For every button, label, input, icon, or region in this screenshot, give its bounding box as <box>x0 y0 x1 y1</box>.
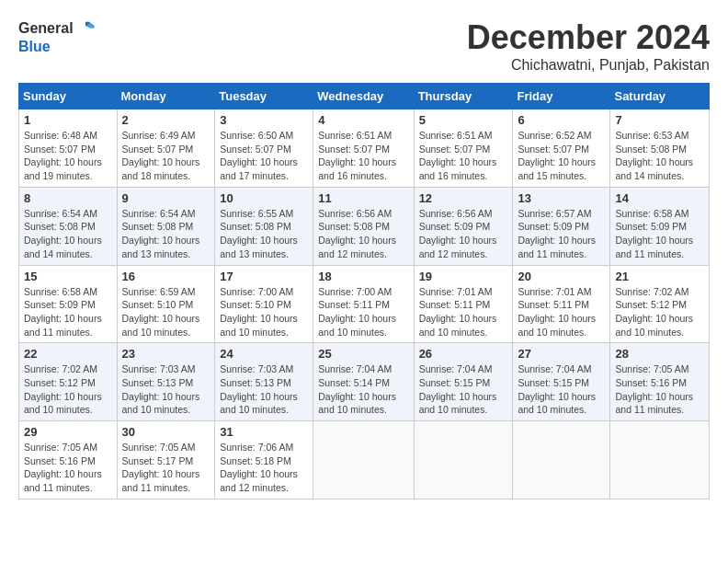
day-info: Sunrise: 7:02 AM Sunset: 5:12 PM Dayligh… <box>615 285 704 339</box>
day-info: Sunrise: 7:03 AM Sunset: 5:13 PM Dayligh… <box>220 362 308 417</box>
day-number: 10 <box>220 191 308 205</box>
day-info: Sunrise: 7:05 AM Sunset: 5:17 PM Dayligh… <box>122 441 210 495</box>
calendar-cell: 4Sunrise: 6:51 AM Sunset: 5:07 PM Daylig… <box>313 109 414 188</box>
calendar-cell: 7Sunrise: 6:53 AM Sunset: 5:08 PM Daylig… <box>610 109 710 188</box>
day-info: Sunrise: 7:06 AM Sunset: 5:18 PM Dayligh… <box>220 441 308 495</box>
day-number: 23 <box>122 347 210 361</box>
day-info: Sunrise: 6:51 AM Sunset: 5:07 PM Dayligh… <box>419 129 508 183</box>
calendar-cell: 21Sunrise: 7:02 AM Sunset: 5:12 PM Dayli… <box>610 265 710 343</box>
calendar-cell: 6Sunrise: 6:52 AM Sunset: 5:07 PM Daylig… <box>513 109 610 188</box>
day-info: Sunrise: 7:04 AM Sunset: 5:14 PM Dayligh… <box>318 362 408 417</box>
day-number: 24 <box>220 347 308 361</box>
calendar-cell <box>513 421 610 500</box>
day-number: 3 <box>220 113 308 127</box>
day-number: 1 <box>24 113 112 127</box>
day-info: Sunrise: 6:58 AM Sunset: 5:09 PM Dayligh… <box>615 207 704 261</box>
day-number: 12 <box>419 191 508 205</box>
day-number: 26 <box>419 347 508 361</box>
day-info: Sunrise: 6:55 AM Sunset: 5:08 PM Dayligh… <box>220 207 308 261</box>
calendar-cell: 2Sunrise: 6:49 AM Sunset: 5:07 PM Daylig… <box>117 109 215 188</box>
day-info: Sunrise: 6:56 AM Sunset: 5:09 PM Dayligh… <box>419 207 508 261</box>
calendar-cell: 31Sunrise: 7:06 AM Sunset: 5:18 PM Dayli… <box>215 421 313 500</box>
calendar-cell: 29Sunrise: 7:05 AM Sunset: 5:16 PM Dayli… <box>19 421 118 500</box>
logo-container: General Blue <box>18 18 96 55</box>
calendar-table: SundayMondayTuesdayWednesdayThursdayFrid… <box>18 83 710 500</box>
logo-general: General <box>18 20 74 37</box>
calendar-cell: 12Sunrise: 6:56 AM Sunset: 5:09 PM Dayli… <box>414 187 513 265</box>
calendar-cell: 11Sunrise: 6:56 AM Sunset: 5:08 PM Dayli… <box>313 187 414 265</box>
calendar-cell: 8Sunrise: 6:54 AM Sunset: 5:08 PM Daylig… <box>19 187 118 265</box>
calendar-week-row: 22Sunrise: 7:02 AM Sunset: 5:12 PM Dayli… <box>19 343 710 421</box>
day-number: 29 <box>24 425 112 439</box>
calendar-cell: 5Sunrise: 6:51 AM Sunset: 5:07 PM Daylig… <box>414 109 513 188</box>
title-section: December 2024 Chichawatni, Punjab, Pakis… <box>467 18 710 74</box>
day-info: Sunrise: 7:02 AM Sunset: 5:12 PM Dayligh… <box>24 362 112 417</box>
calendar-cell: 15Sunrise: 6:58 AM Sunset: 5:09 PM Dayli… <box>19 265 118 343</box>
day-info: Sunrise: 7:04 AM Sunset: 5:15 PM Dayligh… <box>518 362 605 417</box>
day-number: 18 <box>318 270 408 283</box>
calendar-cell: 22Sunrise: 7:02 AM Sunset: 5:12 PM Dayli… <box>19 343 118 421</box>
calendar-cell: 19Sunrise: 7:01 AM Sunset: 5:11 PM Dayli… <box>414 265 513 343</box>
day-number: 5 <box>419 113 508 127</box>
calendar-day-header: Saturday <box>610 84 710 109</box>
day-info: Sunrise: 6:53 AM Sunset: 5:08 PM Dayligh… <box>615 129 704 183</box>
day-info: Sunrise: 6:59 AM Sunset: 5:10 PM Dayligh… <box>122 285 210 339</box>
day-info: Sunrise: 7:05 AM Sunset: 5:16 PM Dayligh… <box>24 441 112 495</box>
calendar-cell: 27Sunrise: 7:04 AM Sunset: 5:15 PM Dayli… <box>513 343 610 421</box>
calendar-day-header: Thursday <box>414 84 513 109</box>
day-info: Sunrise: 6:56 AM Sunset: 5:08 PM Dayligh… <box>318 207 408 261</box>
month-title: December 2024 <box>467 18 710 57</box>
day-info: Sunrise: 7:05 AM Sunset: 5:16 PM Dayligh… <box>615 362 704 417</box>
logo-blue: Blue <box>18 39 96 55</box>
day-number: 14 <box>615 191 704 205</box>
calendar-week-row: 29Sunrise: 7:05 AM Sunset: 5:16 PM Dayli… <box>19 421 710 500</box>
day-number: 27 <box>518 347 605 361</box>
day-info: Sunrise: 7:01 AM Sunset: 5:11 PM Dayligh… <box>419 285 508 339</box>
day-number: 25 <box>318 347 408 361</box>
calendar-cell: 20Sunrise: 7:01 AM Sunset: 5:11 PM Dayli… <box>513 265 610 343</box>
logo-bird-icon <box>75 18 96 39</box>
day-info: Sunrise: 6:48 AM Sunset: 5:07 PM Dayligh… <box>24 129 112 183</box>
calendar-cell: 30Sunrise: 7:05 AM Sunset: 5:17 PM Dayli… <box>117 421 215 500</box>
calendar-day-header: Wednesday <box>313 84 414 109</box>
day-number: 4 <box>318 113 408 127</box>
day-number: 13 <box>518 191 605 205</box>
day-info: Sunrise: 6:49 AM Sunset: 5:07 PM Dayligh… <box>122 129 210 183</box>
day-number: 21 <box>615 270 704 283</box>
calendar-day-header: Tuesday <box>215 84 313 109</box>
day-number: 16 <box>122 270 210 283</box>
calendar-week-row: 8Sunrise: 6:54 AM Sunset: 5:08 PM Daylig… <box>19 187 710 265</box>
day-info: Sunrise: 7:00 AM Sunset: 5:11 PM Dayligh… <box>318 285 408 339</box>
day-info: Sunrise: 7:04 AM Sunset: 5:15 PM Dayligh… <box>419 362 508 417</box>
location-subtitle: Chichawatni, Punjab, Pakistan <box>467 57 710 74</box>
calendar-cell: 9Sunrise: 6:54 AM Sunset: 5:08 PM Daylig… <box>117 187 215 265</box>
day-info: Sunrise: 6:54 AM Sunset: 5:08 PM Dayligh… <box>24 207 112 261</box>
day-info: Sunrise: 7:03 AM Sunset: 5:13 PM Dayligh… <box>122 362 210 417</box>
calendar-cell <box>610 421 710 500</box>
calendar-cell: 1Sunrise: 6:48 AM Sunset: 5:07 PM Daylig… <box>19 109 118 188</box>
calendar-cell: 10Sunrise: 6:55 AM Sunset: 5:08 PM Dayli… <box>215 187 313 265</box>
day-number: 20 <box>518 270 605 283</box>
calendar-cell: 16Sunrise: 6:59 AM Sunset: 5:10 PM Dayli… <box>117 265 215 343</box>
day-info: Sunrise: 6:58 AM Sunset: 5:09 PM Dayligh… <box>24 285 112 339</box>
logo: General Blue <box>18 18 96 55</box>
calendar-day-header: Sunday <box>19 84 118 109</box>
day-number: 22 <box>24 347 112 361</box>
calendar-day-header: Friday <box>513 84 610 109</box>
day-info: Sunrise: 6:54 AM Sunset: 5:08 PM Dayligh… <box>122 207 210 261</box>
calendar-week-row: 1Sunrise: 6:48 AM Sunset: 5:07 PM Daylig… <box>19 109 710 188</box>
day-number: 6 <box>518 113 605 127</box>
day-info: Sunrise: 7:01 AM Sunset: 5:11 PM Dayligh… <box>518 285 605 339</box>
calendar-cell: 24Sunrise: 7:03 AM Sunset: 5:13 PM Dayli… <box>215 343 313 421</box>
calendar-cell: 3Sunrise: 6:50 AM Sunset: 5:07 PM Daylig… <box>215 109 313 188</box>
day-number: 7 <box>615 113 704 127</box>
day-number: 30 <box>122 425 210 439</box>
calendar-cell: 17Sunrise: 7:00 AM Sunset: 5:10 PM Dayli… <box>215 265 313 343</box>
day-info: Sunrise: 7:00 AM Sunset: 5:10 PM Dayligh… <box>220 285 308 339</box>
day-number: 19 <box>419 270 508 283</box>
day-info: Sunrise: 6:50 AM Sunset: 5:07 PM Dayligh… <box>220 129 308 183</box>
calendar-day-header: Monday <box>117 84 215 109</box>
calendar-cell <box>414 421 513 500</box>
calendar-cell: 14Sunrise: 6:58 AM Sunset: 5:09 PM Dayli… <box>610 187 710 265</box>
calendar-header-row: SundayMondayTuesdayWednesdayThursdayFrid… <box>19 84 710 109</box>
